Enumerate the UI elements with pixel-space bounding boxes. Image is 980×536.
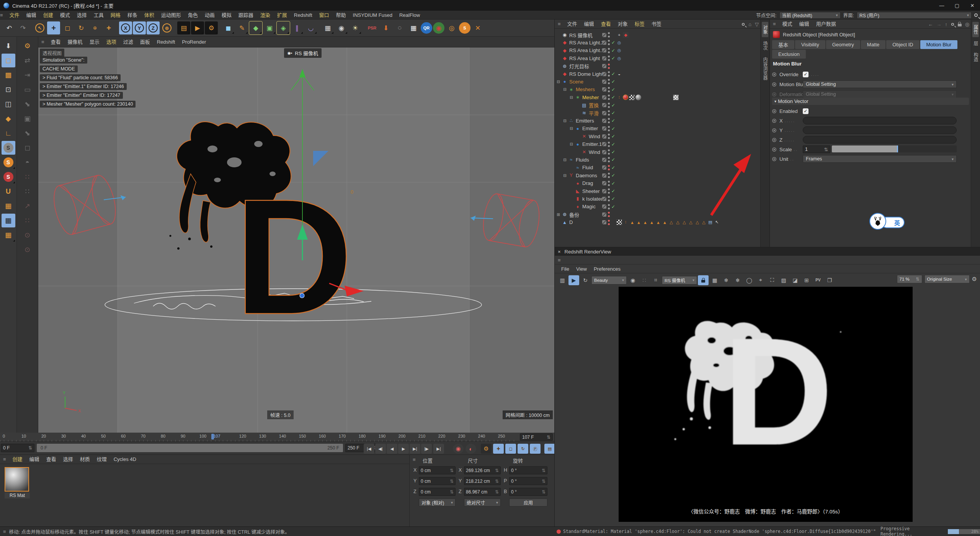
scale-slider[interactable] — [832, 145, 957, 152]
enabled-check-icon[interactable]: ✓ — [611, 56, 615, 61]
layer-toggle[interactable] — [602, 142, 606, 146]
workplane-rotate-button[interactable]: ▦ — [2, 228, 15, 242]
tree-row-Emitter.1[interactable]: ⊟●Emitter.1✓ — [555, 141, 761, 148]
menu-样条[interactable]: 样条 — [124, 11, 141, 20]
side-tab-场次[interactable]: 场次 — [762, 38, 768, 53]
menu-文件[interactable]: 文件 — [6, 11, 23, 20]
object-name[interactable]: RS Area Light.2 — [569, 40, 604, 46]
home-icon[interactable]: ⌂ — [748, 21, 751, 27]
motion-vector-group-header[interactable]: ▾Motion Vector — [772, 98, 969, 105]
enabled-check-icon[interactable]: ✓ — [611, 134, 615, 139]
attr-menu-编辑[interactable]: 编辑 — [796, 20, 813, 28]
coord-field-2-0[interactable]: 0 °⇅ — [509, 466, 547, 474]
enabled-check-icon[interactable]: ✓ — [611, 95, 615, 100]
layer-toggle[interactable] — [602, 126, 606, 131]
tree-row-备份[interactable]: ⊞⊚备份 — [555, 211, 761, 218]
object-name[interactable]: Scene — [569, 79, 583, 85]
material-menu-查看[interactable]: 查看 — [43, 455, 60, 464]
hamburger-icon[interactable]: ≡ — [558, 21, 561, 27]
x-particles-tool-button[interactable]: ✕ — [471, 21, 484, 34]
enabled-check-icon[interactable]: ✓ — [611, 126, 615, 131]
snapshot-strip-button[interactable]: ▥ — [557, 275, 568, 285]
prev-frame-button[interactable]: ◀ — [387, 444, 397, 454]
light-object-button[interactable]: ☀ — [349, 21, 362, 34]
enabled-check-icon[interactable]: ✓ — [611, 118, 615, 123]
texture-mode-button[interactable]: ▩ — [2, 68, 15, 82]
enabled-check-icon[interactable]: ✓ — [611, 142, 615, 147]
tree-row-Emitters[interactable]: ⊟∴Emitters✓ — [555, 117, 761, 124]
layer-toggle[interactable] — [602, 181, 606, 185]
tf-tag[interactable]: ▲ — [636, 219, 642, 225]
to-tag[interactable]: △ — [668, 219, 674, 225]
renderview-menu-Preferences[interactable]: Preferences — [590, 265, 624, 273]
chkb-tag[interactable] — [629, 95, 635, 100]
project-tool-button[interactable]: ⬊ — [21, 97, 34, 111]
material-menu-创建[interactable]: 创建 — [9, 455, 26, 464]
enabled-check-icon[interactable]: ✓ — [611, 48, 615, 53]
layer-toggle[interactable] — [602, 41, 606, 45]
attr-tab-Geometry[interactable]: Geometry — [826, 40, 860, 49]
object-name[interactable]: Emitter — [582, 126, 598, 131]
menu-体积[interactable]: 体积 — [141, 11, 158, 20]
show-image-button[interactable]: ◪ — [790, 275, 800, 285]
close-tab-icon[interactable]: × — [558, 249, 561, 255]
ab-wipe-button[interactable]: ▨ — [778, 275, 789, 285]
menu-编辑[interactable]: 编辑 — [23, 11, 40, 20]
layer-toggle[interactable] — [602, 165, 606, 170]
menu-模拟[interactable]: 模拟 — [218, 11, 235, 20]
focus-target-button[interactable]: ⌖ — [755, 275, 766, 285]
menu-帮助[interactable]: 帮助 — [333, 11, 350, 20]
coord-mode-select[interactable]: 对象 (相对)▾ — [419, 498, 456, 507]
render-picture-viewer-button[interactable]: ▶ — [191, 21, 204, 34]
snap-settings-button[interactable]: S — [2, 155, 15, 169]
last-tools-button[interactable]: ⊕ — [88, 21, 101, 34]
visibility-dots[interactable] — [608, 212, 610, 217]
tree-row-RS Area Light.2[interactable]: ◆RS Area Light.2✓◎ — [555, 39, 761, 46]
snapshot-b-button[interactable]: ❄ — [732, 275, 743, 285]
om-menu-标签[interactable]: 标签 — [631, 20, 648, 28]
align-tool-button[interactable]: ⇥ — [21, 68, 34, 82]
dot-eye-2-button[interactable]: ⊙ — [21, 243, 34, 257]
menu-INSYDIUM Fused[interactable]: INSYDIUM Fused — [350, 11, 396, 20]
target-tag[interactable]: ◎ — [616, 40, 622, 46]
layer-toggle[interactable] — [602, 158, 606, 162]
layer-toggle[interactable] — [602, 95, 606, 100]
expand-icon[interactable]: ⊞ — [556, 212, 560, 217]
visibility-dots[interactable] — [608, 95, 610, 100]
menu-动画[interactable]: 动画 — [201, 11, 218, 20]
tf-tag[interactable]: ▲ — [655, 219, 661, 225]
close-button[interactable]: ✕ — [965, 0, 980, 11]
array-grid-tool-button[interactable]: ▦ — [407, 21, 420, 34]
minimize-button[interactable]: — — [934, 0, 949, 11]
visibility-dots[interactable] — [608, 220, 610, 225]
model-mode-button[interactable]: ◻ — [2, 54, 15, 67]
menu-渲染[interactable]: 渲染 — [257, 11, 274, 20]
object-name[interactable]: RS 摄像机 — [569, 31, 593, 39]
qr-tool-button[interactable]: QR — [421, 22, 432, 34]
node-space-select[interactable]: 当前 (Redshift)▾ — [779, 12, 841, 19]
hamburger-icon[interactable]: ≡ — [558, 257, 561, 263]
redo-button[interactable]: ↷ — [16, 21, 29, 34]
coordinate-system-button[interactable]: ⊕ — [160, 21, 173, 34]
deformer-button[interactable]: ◡ — [304, 21, 317, 34]
camera-name-chip[interactable]: ◉▪ RS 摄像机 — [284, 48, 322, 58]
coord-field-1-2[interactable]: 86.967 cm⇅ — [464, 488, 501, 496]
magnet-tool-button[interactable]: U — [2, 185, 15, 198]
rgb-channels-button[interactable]: ◉ — [627, 275, 638, 285]
menu-创建[interactable]: 创建 — [40, 11, 57, 20]
prev-key-button[interactable]: ◀| — [375, 444, 386, 454]
material-menu-纹理[interactable]: 纹理 — [93, 455, 110, 464]
visibility-dots[interactable] — [608, 157, 610, 162]
menu-跟踪器[interactable]: 跟踪器 — [235, 11, 257, 20]
layer-toggle[interactable] — [602, 119, 606, 123]
material-menu-编辑[interactable]: 编辑 — [26, 455, 43, 464]
renderview-settings-icon[interactable]: ⚙ — [972, 276, 977, 283]
lock-z-axis-button[interactable]: Z — [147, 21, 160, 34]
coord-field-0-2[interactable]: 0 cm⇅ — [419, 488, 456, 496]
modeling-settings-button[interactable]: ⚙ — [21, 39, 34, 53]
tree-row-RS Area Light.1[interactable]: ◆RS Area Light.1✓◎ — [555, 47, 761, 54]
enabled-check-icon[interactable]: ✓ — [611, 110, 615, 116]
visibility-dots[interactable] — [608, 110, 610, 116]
animation-bullet-icon[interactable] — [772, 138, 776, 142]
chkb-tag[interactable] — [616, 219, 622, 225]
